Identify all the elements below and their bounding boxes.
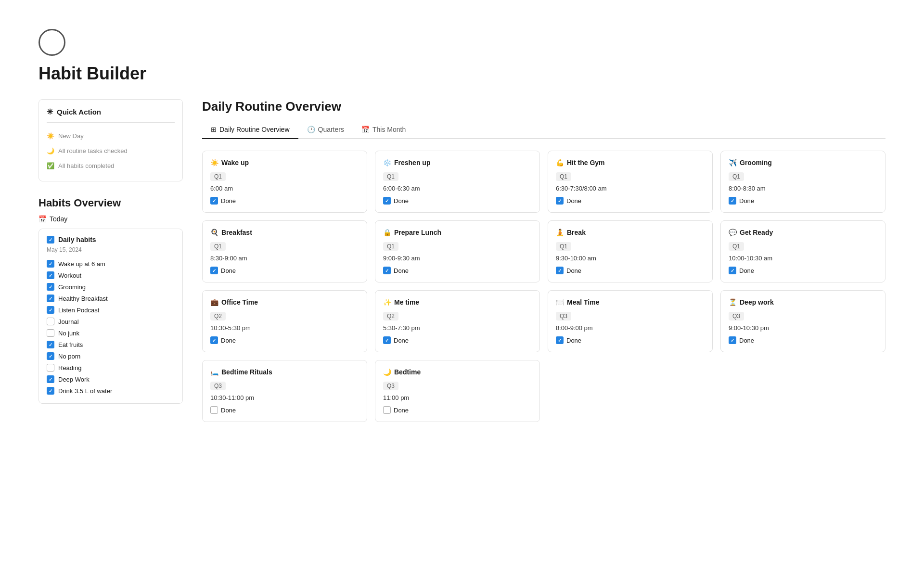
habit-item[interactable]: Grooming xyxy=(47,281,175,293)
routine-card[interactable]: 💬Get ReadyQ110:00-10:30 amDone xyxy=(720,220,886,282)
habit-checkbox[interactable] xyxy=(47,329,54,337)
habit-item[interactable]: Reading xyxy=(47,362,175,373)
done-cb[interactable] xyxy=(729,267,736,274)
routine-card[interactable]: ❄️Freshen upQ16:00-6:30 amDone xyxy=(375,151,540,213)
tab-daily-routine[interactable]: ⊞ Daily Routine Overview xyxy=(202,122,298,139)
habits-list-header: Daily habits xyxy=(47,236,175,244)
done-cb[interactable] xyxy=(556,197,564,205)
done-cb[interactable] xyxy=(210,406,218,414)
routine-card[interactable]: 🌙BedtimeQ311:00 pmDone xyxy=(375,360,540,422)
done-cb[interactable] xyxy=(383,336,391,344)
habit-item[interactable]: No junk xyxy=(47,327,175,339)
habit-checkbox[interactable] xyxy=(47,352,54,360)
done-checkbox[interactable]: Done xyxy=(210,197,359,205)
habit-checkbox[interactable] xyxy=(47,271,54,279)
habit-checkbox[interactable] xyxy=(47,283,54,291)
routine-card[interactable]: 🍳BreakfastQ18:30-9:00 amDone xyxy=(202,220,367,282)
done-cb[interactable] xyxy=(729,197,736,205)
habit-checkbox[interactable] xyxy=(47,364,54,372)
done-cb[interactable] xyxy=(556,267,564,274)
done-cb[interactable] xyxy=(210,336,218,344)
routine-card[interactable]: 🧘BreakQ19:30-10:00 amDone xyxy=(548,220,713,282)
card-quarter: Q1 xyxy=(729,242,744,251)
done-cb[interactable] xyxy=(383,197,391,205)
habit-item[interactable]: Deep Work xyxy=(47,373,175,385)
routine-card[interactable]: 🍽️Meal TimeQ38:00-9:00 pmDone xyxy=(548,290,713,352)
card-time: 11:00 pm xyxy=(383,394,532,401)
card-quarter: Q3 xyxy=(210,382,226,390)
done-cb[interactable] xyxy=(729,336,736,344)
habit-checkbox[interactable] xyxy=(47,375,54,383)
card-quarter: Q3 xyxy=(383,382,398,390)
routine-card[interactable]: 🔒Prepare LunchQ19:00-9:30 amDone xyxy=(375,220,540,282)
habit-label: Reading xyxy=(58,364,81,372)
done-checkbox[interactable]: Done xyxy=(383,267,532,274)
tab-this-month[interactable]: 📅 This Month xyxy=(353,122,414,139)
card-time: 10:00-10:30 am xyxy=(729,255,877,262)
routine-card[interactable]: ⏳Deep workQ39:00-10:30 pmDone xyxy=(720,290,886,352)
daily-habits-checked-icon xyxy=(47,236,54,244)
done-checkbox[interactable]: Done xyxy=(210,406,359,414)
done-label: Done xyxy=(566,267,581,274)
done-label: Done xyxy=(221,197,236,205)
routine-card[interactable]: 💼Office TimeQ210:30-5:30 pmDone xyxy=(202,290,367,352)
habit-checkbox[interactable] xyxy=(47,295,54,302)
habit-checkbox[interactable] xyxy=(47,260,54,268)
card-icon: 🍳 xyxy=(210,229,218,236)
done-checkbox[interactable]: Done xyxy=(210,336,359,344)
done-checkbox[interactable]: Done xyxy=(556,267,705,274)
quick-action-item-tasks[interactable]: 🌙 All routine tasks checked xyxy=(47,143,175,158)
routine-card[interactable]: 💪Hit the GymQ16:30-7:30/8:00 amDone xyxy=(548,151,713,213)
done-cb[interactable] xyxy=(210,197,218,205)
habit-label: Listen Podcast xyxy=(58,307,99,314)
habit-item[interactable]: Wake up at 6 am xyxy=(47,258,175,269)
routine-title: Daily Routine Overview xyxy=(202,99,886,114)
routine-card[interactable]: ✈️GroomingQ18:00-8:30 amDone xyxy=(720,151,886,213)
done-checkbox[interactable]: Done xyxy=(729,267,877,274)
card-time: 10:30-11:00 pm xyxy=(210,394,359,401)
routine-card[interactable]: ☀️Wake upQ16:00 amDone xyxy=(202,151,367,213)
habit-item[interactable]: Eat fruits xyxy=(47,339,175,350)
card-title-text: Grooming xyxy=(740,159,772,167)
done-checkbox[interactable]: Done xyxy=(383,406,532,414)
habit-checkbox[interactable] xyxy=(47,387,54,395)
card-icon: ✨ xyxy=(383,298,391,306)
card-title-text: Break xyxy=(567,229,586,236)
app-title: Habit Builder xyxy=(38,64,886,84)
habit-checkbox[interactable] xyxy=(47,341,54,348)
card-quarter: Q2 xyxy=(383,312,398,321)
done-cb[interactable] xyxy=(210,267,218,274)
card-title: ❄️Freshen up xyxy=(383,159,532,167)
done-checkbox[interactable]: Done xyxy=(210,267,359,274)
tabs: ⊞ Daily Routine Overview 🕐 Quarters 📅 Th… xyxy=(202,122,886,139)
done-checkbox[interactable]: Done xyxy=(383,197,532,205)
done-checkbox[interactable]: Done xyxy=(729,197,877,205)
habit-item[interactable]: Journal xyxy=(47,316,175,327)
habit-item[interactable]: Workout xyxy=(47,269,175,281)
routine-card[interactable]: ✨Me timeQ25:30-7:30 pmDone xyxy=(375,290,540,352)
tab-quarters[interactable]: 🕐 Quarters xyxy=(298,122,353,139)
done-checkbox[interactable]: Done xyxy=(556,197,705,205)
done-label: Done xyxy=(221,407,236,414)
done-cb[interactable] xyxy=(383,406,391,414)
habit-item[interactable]: Healthy Breakfast xyxy=(47,293,175,304)
grid-icon: ⊞ xyxy=(211,126,217,133)
routine-card[interactable]: 🛏️Bedtime RitualsQ310:30-11:00 pmDone xyxy=(202,360,367,422)
done-checkbox[interactable]: Done xyxy=(556,336,705,344)
habit-checkbox[interactable] xyxy=(47,318,54,325)
habit-item[interactable]: Listen Podcast xyxy=(47,304,175,316)
quick-action-item-habits[interactable]: ✅ All habits completed xyxy=(47,158,175,173)
done-checkbox[interactable]: Done xyxy=(383,336,532,344)
habit-item[interactable]: No porn xyxy=(47,350,175,362)
card-icon: 🛏️ xyxy=(210,368,218,376)
habit-item[interactable]: Drink 3.5 L of water xyxy=(47,385,175,397)
done-checkbox[interactable]: Done xyxy=(729,336,877,344)
card-quarter: Q1 xyxy=(556,172,571,181)
card-quarter: Q1 xyxy=(556,242,571,251)
done-cb[interactable] xyxy=(556,336,564,344)
habit-checkbox[interactable] xyxy=(47,306,54,314)
card-title: 🌙Bedtime xyxy=(383,368,532,376)
card-quarter: Q3 xyxy=(729,312,744,321)
done-cb[interactable] xyxy=(383,267,391,274)
quick-action-item-newday[interactable]: ☀️ New Day xyxy=(47,128,175,143)
